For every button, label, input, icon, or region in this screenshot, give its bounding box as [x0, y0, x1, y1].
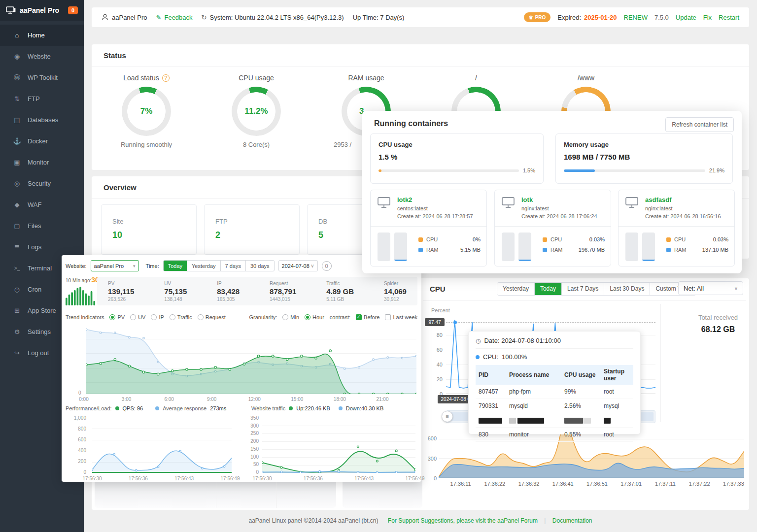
running-containers-modal: Running containers Refresh container lis… — [362, 111, 742, 273]
site-stats-panel: Website: aaPanel Pro Time: Today Yesterd… — [62, 255, 421, 482]
cpu-y-axis-unit: Percent — [431, 307, 450, 313]
cpu-tooltip: ◷Date: 2024-07-08 01:10:00 CPU:100.00% P… — [468, 331, 641, 434]
cpu-legend-swatch — [418, 237, 423, 242]
webtraffic-chart[interactable] — [262, 418, 415, 473]
sidebar-item-waf[interactable]: ◆WAF — [0, 194, 84, 215]
terminal-icon: >_ — [13, 266, 21, 271]
radio-traffic[interactable]: Traffic — [170, 314, 192, 320]
container-card-asdfasdf[interactable]: asdfasdf nginx:latest Create at: 2024-06… — [618, 190, 735, 266]
traffic-metrics: PV139,115263,526 UV75,135138,148 IP83,42… — [97, 277, 417, 305]
tab-7-days[interactable]: 7 days — [220, 261, 245, 271]
cpu-legend-swatch — [666, 237, 671, 242]
radio-ip[interactable]: IP — [151, 314, 164, 320]
recent-requests-bars — [66, 286, 96, 305]
ram-legend-swatch — [543, 248, 547, 252]
sidebar-item-databases[interactable]: ▤Databases — [0, 109, 84, 131]
traffic-legend: Website traffic Up:220.46 KB Down:40.30 … — [251, 405, 383, 411]
ftp-icon: ⇅ — [13, 95, 21, 102]
overview-card-ftp[interactable]: FTP 2 — [204, 204, 300, 255]
container-card-lotk2[interactable]: lotk2 centos:latest Create at: 2024-06-2… — [370, 190, 487, 266]
net-select[interactable]: Net: All — [678, 281, 743, 295]
refresh-container-list-button[interactable]: Refresh container list — [665, 117, 734, 132]
tab-today[interactable]: Today — [164, 261, 187, 271]
gauge-load-status[interactable]: Load status? 7% Running smoothly — [107, 73, 186, 148]
logs-icon: ≣ — [13, 243, 21, 251]
radio-pv[interactable]: PV — [109, 314, 125, 320]
app-logo[interactable]: aaPanel Pro 0 — [0, 0, 84, 21]
shield-check-icon: ◎ — [13, 180, 21, 187]
divider — [660, 304, 661, 422]
tab-last-30-days[interactable]: Last 30 Days — [604, 283, 650, 295]
sidebar-item-ftp[interactable]: ⇅FTP — [0, 88, 84, 109]
metric-pv: PV139,115263,526 — [108, 281, 134, 302]
tab-today[interactable]: Today — [534, 283, 561, 295]
sidebar-item-monitor[interactable]: ▣Monitor — [0, 152, 84, 173]
sidebar-item-docker[interactable]: ⚓Docker — [0, 131, 84, 152]
metric-request: Request878,7911443,015 — [270, 281, 296, 302]
metric-traffic: Traffic4.89 GB5.11 GB — [326, 281, 354, 302]
restart-link[interactable]: Restart — [719, 14, 739, 21]
update-link[interactable]: Update — [676, 14, 696, 21]
topbar: aaPanel Pro ✎Feedback ↻System: Ubuntu 22… — [92, 7, 749, 27]
sidebar-item-home[interactable]: ⌂Home — [0, 25, 84, 46]
webtraffic-x-axis: 17:56:3017:56:3617:56:4317:56:49 — [245, 476, 432, 481]
docker-icon: ⚓ — [13, 137, 21, 145]
counter-badge[interactable]: 0 — [322, 261, 332, 271]
process-row: 790331mysqld2.56%mysql — [476, 399, 633, 413]
support-link[interactable]: For Support Suggestions, please visit th… — [388, 517, 538, 524]
net-y-axis: 6003000 — [420, 435, 437, 481]
memory-progress-bar — [564, 169, 705, 172]
sidebar-item-wp-toolkit[interactable]: ⓌWP Toolkit — [0, 67, 84, 88]
cpu-mini-bar — [502, 233, 515, 261]
tab-yesterday[interactable]: Yesterday — [187, 261, 220, 271]
overview-card-site[interactable]: Site 10 — [101, 204, 197, 255]
sidebar-item-security[interactable]: ◎Security — [0, 173, 84, 194]
wordpress-icon: Ⓦ — [13, 73, 21, 82]
system-info[interactable]: ↻System: Ubuntu 22.04.2 LTS x86_64(Py3.1… — [202, 14, 344, 21]
background-table-ghost — [95, 479, 336, 508]
radio-hour[interactable]: Hour — [305, 314, 324, 320]
help-icon[interactable]: ? — [162, 74, 170, 82]
sidebar-item-files[interactable]: ▢Files — [0, 215, 84, 236]
cpu-chart-title: CPU — [430, 285, 446, 293]
down-dot — [339, 406, 343, 410]
performance-chart[interactable] — [92, 418, 232, 473]
contrast-label: contrast: — [330, 314, 350, 320]
fix-link[interactable]: Fix — [703, 14, 712, 21]
brush-handle[interactable]: ≡ — [442, 411, 453, 422]
radio-request[interactable]: Request — [198, 314, 226, 320]
pro-badge[interactable]: ♛PRO — [524, 12, 551, 22]
cpu-marker-value: 97.47 — [425, 318, 445, 326]
checkbox-last-week[interactable]: Last week — [385, 314, 417, 320]
website-select[interactable]: aaPanel Pro — [91, 260, 139, 271]
account-menu[interactable]: aaPanel Pro — [102, 14, 147, 21]
avg-response-dot — [155, 406, 159, 410]
date-select[interactable]: 2024-07-08 — [278, 260, 318, 271]
net-x-axis: 17:36:1117:36:2217:36:3217:36:4117:36:51… — [444, 481, 749, 487]
gear-icon: ⚙ — [13, 328, 21, 335]
gauge-cpu-usage[interactable]: CPU usage 11.2% 8 Core(s) — [217, 73, 296, 148]
sidebar-item-website[interactable]: ◉Website — [0, 46, 84, 67]
website-label: Website: — [66, 263, 87, 269]
documentation-link[interactable]: Documentation — [552, 517, 592, 524]
checkbox-before[interactable]: Before — [356, 314, 379, 320]
cpu-y-axis: 806040200 — [429, 332, 443, 397]
notification-badge[interactable]: 0 — [68, 6, 78, 14]
process-row-redacted — [476, 413, 633, 428]
tab-30-days[interactable]: 30 days — [245, 261, 274, 271]
containers-memory-card: Memory usage 1698 MB / 7750 MB 21.9% — [555, 133, 733, 184]
feedback-link[interactable]: ✎Feedback — [156, 14, 193, 21]
renew-link[interactable]: RENEW — [624, 14, 648, 21]
process-row: 830monitor0.55%root — [476, 428, 633, 442]
tab-yesterday[interactable]: Yesterday — [497, 283, 534, 295]
refresh-icon: ↻ — [202, 14, 207, 21]
radio-uv[interactable]: UV — [130, 314, 145, 320]
grid-icon: ⊞ — [13, 307, 21, 314]
radio-min[interactable]: Min — [282, 314, 299, 320]
sidebar-item-logs[interactable]: ≣Logs — [0, 236, 84, 258]
container-icon — [502, 197, 515, 209]
pv-trend-chart[interactable] — [86, 324, 416, 394]
footer: aaPanel Linux panel ©2014-2024 aaPanel (… — [92, 517, 749, 524]
tab-last-7-days[interactable]: Last 7 Days — [561, 283, 604, 295]
container-card-lotk[interactable]: lotk nginx:latest Create at: 2024-06-28 … — [494, 190, 611, 266]
